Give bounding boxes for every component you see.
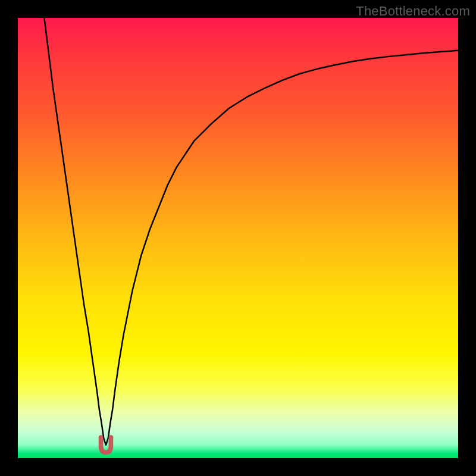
watermark-text: TheBottleneck.com xyxy=(356,4,470,19)
curve-layer xyxy=(18,18,458,458)
bottleneck-curve xyxy=(44,18,458,445)
chart-frame: TheBottleneck.com xyxy=(0,0,476,476)
